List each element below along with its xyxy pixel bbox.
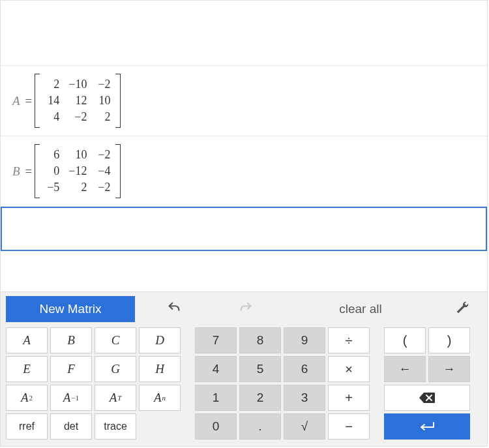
key-c[interactable]: C	[95, 327, 136, 353]
key-plus[interactable]: +	[328, 385, 370, 411]
key-4[interactable]: 4	[195, 356, 237, 382]
key-d[interactable]: D	[139, 327, 181, 353]
key-trace[interactable]: trace	[95, 413, 136, 440]
workspace-row-active[interactable]	[1, 207, 487, 251]
key-det[interactable]: det	[50, 413, 92, 440]
matrix-definition-a: A = 2 −10 −2 14 12 10 4 −2 2	[12, 74, 121, 128]
key-rref[interactable]: rref	[6, 413, 48, 440]
backspace-icon	[419, 392, 436, 404]
key-divide[interactable]: ÷	[328, 327, 370, 353]
key-7[interactable]: 7	[195, 327, 237, 353]
key-lparen[interactable]: (	[384, 327, 426, 353]
key-2[interactable]: 2	[239, 385, 281, 411]
workspace-row-a[interactable]: A = 2 −10 −2 14 12 10 4 −2 2	[1, 66, 487, 136]
key-sqrt[interactable]: √	[284, 413, 325, 440]
matrix-b: 6 10 −2 0 −12 −4 −5 2 −2	[35, 144, 121, 198]
key-1[interactable]: 1	[195, 385, 237, 411]
settings-button[interactable]	[443, 296, 482, 322]
key-cursor-left[interactable]: ←	[384, 356, 426, 382]
key-backspace[interactable]	[384, 385, 470, 411]
key-5[interactable]: 5	[239, 356, 281, 382]
key-h[interactable]: H	[139, 356, 181, 382]
key-dot[interactable]: .	[239, 413, 281, 440]
matrix-a: 2 −10 −2 14 12 10 4 −2 2	[35, 74, 121, 128]
key-multiply[interactable]: ×	[328, 356, 370, 382]
key-8[interactable]: 8	[239, 327, 281, 353]
key-a-power-n[interactable]: An	[139, 385, 181, 411]
app-container: A = 2 −10 −2 14 12 10 4 −2 2	[0, 0, 488, 447]
toolbar: New Matrix clear all	[6, 296, 482, 322]
key-enter[interactable]	[384, 413, 470, 440]
key-minus[interactable]: −	[328, 413, 370, 440]
enter-icon	[418, 421, 436, 432]
key-9[interactable]: 9	[284, 327, 325, 353]
key-e[interactable]: E	[6, 356, 48, 382]
key-empty	[139, 413, 181, 440]
key-a-inverse[interactable]: A−1	[50, 385, 92, 411]
workspace: A = 2 −10 −2 14 12 10 4 −2 2	[1, 1, 487, 291]
pad-nav: ( ) ← →	[384, 327, 470, 440]
matrix-label: A	[12, 94, 20, 108]
key-a-transpose[interactable]: AT	[95, 385, 136, 411]
new-matrix-button[interactable]: New Matrix	[6, 296, 135, 322]
key-a-squared[interactable]: A2	[6, 385, 48, 411]
redo-button[interactable]	[213, 296, 278, 322]
matrix-label: B	[12, 164, 20, 179]
key-6[interactable]: 6	[284, 356, 325, 382]
key-rparen[interactable]: )	[428, 327, 470, 353]
key-a[interactable]: A	[6, 327, 48, 353]
workspace-row-b[interactable]: B = 6 10 −2 0 −12 −4 −5 2 −2	[1, 136, 487, 207]
keypad: New Matrix clear all A B C D E F G	[1, 291, 487, 446]
key-g[interactable]: G	[95, 356, 136, 382]
key-b[interactable]: B	[50, 327, 92, 353]
matrix-definition-b: B = 6 10 −2 0 −12 −4 −5 2 −2	[12, 144, 121, 198]
undo-button[interactable]	[141, 296, 207, 322]
pad-variables: A B C D E F G H A2 A−1 AT An rref det tr…	[6, 327, 181, 440]
wrench-icon	[455, 301, 469, 315]
equals-sign: =	[25, 164, 33, 179]
key-f[interactable]: F	[50, 356, 92, 382]
workspace-row-empty[interactable]	[1, 1, 487, 66]
undo-icon	[167, 301, 181, 315]
pad-numeric: 7 8 9 ÷ 4 5 6 × 1 2 3 + 0 . √ −	[195, 327, 370, 440]
clear-all-button[interactable]: clear all	[285, 296, 436, 322]
redo-icon	[239, 301, 253, 315]
key-rows: A B C D E F G H A2 A−1 AT An rref det tr…	[6, 327, 482, 440]
key-0[interactable]: 0	[195, 413, 237, 440]
key-3[interactable]: 3	[284, 385, 325, 411]
equals-sign: =	[25, 94, 33, 108]
key-cursor-right[interactable]: →	[428, 356, 470, 382]
